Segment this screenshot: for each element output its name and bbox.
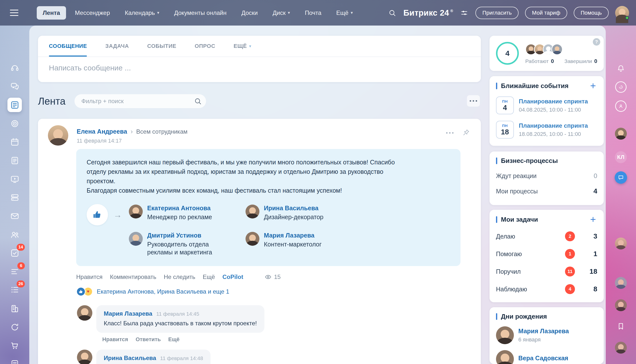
mention-avatar[interactable] [246, 232, 259, 246]
tab-poll[interactable]: ОПРОС [195, 36, 215, 56]
support-icon[interactable] [615, 100, 626, 112]
invite-button[interactable]: Пригласить [475, 7, 519, 19]
chat-head-avatar[interactable] [615, 128, 627, 140]
compose-input[interactable] [38, 57, 481, 79]
comment-author-link[interactable]: Мария Лазарева [104, 310, 152, 317]
market-icon[interactable] [8, 338, 22, 353]
chats-icon[interactable] [8, 79, 22, 94]
mail-icon[interactable] [8, 209, 22, 223]
filter-search-input[interactable] [75, 98, 193, 105]
copilot-action[interactable]: CoPilot [223, 274, 243, 280]
tab-messenger[interactable]: Мессенджер [69, 6, 116, 20]
tab-drive[interactable]: Диск▾ [267, 6, 296, 20]
help-icon[interactable]: ? [593, 38, 600, 46]
more-action[interactable]: Ещё [203, 274, 215, 280]
search-icon[interactable] [387, 8, 397, 18]
tariff-button[interactable]: Мой тариф [525, 7, 567, 19]
tasks-icon[interactable]: 14 [8, 246, 22, 260]
tab-mail[interactable]: Почта [299, 6, 327, 20]
target-icon[interactable] [8, 116, 22, 131]
tab-documents[interactable]: Документы онлайн [168, 6, 232, 20]
unfollow-action[interactable]: Не следить [164, 274, 195, 280]
feed-icon[interactable] [8, 98, 22, 112]
bookmark-icon[interactable] [617, 322, 625, 330]
sign-icon[interactable] [8, 356, 22, 364]
tab-documents-label: Документы онлайн [174, 10, 227, 16]
tab-task[interactable]: ЗАДАЧА [105, 36, 129, 56]
headset-icon[interactable] [8, 60, 22, 75]
chat-head-avatar[interactable] [615, 277, 627, 289]
chevron-down-icon: ▾ [249, 44, 251, 49]
calendar-date-chip[interactable]: ПН 4 [496, 96, 514, 114]
pin-icon[interactable] [463, 129, 470, 137]
search-icon[interactable] [193, 96, 202, 106]
chat-icon[interactable] [615, 171, 627, 184]
comment-reply-action[interactable]: Ответить [136, 336, 161, 343]
event-title-link[interactable]: Планирование спринта [519, 122, 588, 129]
feed-more-button[interactable] [467, 95, 480, 106]
comment-like-action[interactable]: Нравится [102, 336, 128, 343]
avatar[interactable] [551, 44, 563, 55]
add-task-button[interactable] [589, 215, 597, 224]
chat-head-avatar[interactable] [615, 342, 627, 354]
tab-event[interactable]: СОБЫТИЕ [147, 36, 176, 56]
documents-icon[interactable] [8, 153, 22, 168]
mention-name-link[interactable]: Екатерина Антонова [147, 204, 212, 212]
task-row[interactable]: Наблюдаю 4 8 [496, 284, 597, 294]
tab-calendar[interactable]: Календарь▾ [119, 6, 165, 20]
chat-head-avatar[interactable] [615, 238, 627, 250]
sliders-icon[interactable] [460, 8, 469, 18]
birthday-name-link[interactable]: Вера Садовская [518, 354, 568, 362]
post-author-link[interactable]: Елена Андреева [77, 128, 127, 135]
author-avatar[interactable] [48, 125, 68, 146]
bp-row[interactable]: Ждут реакции 0 [496, 172, 597, 180]
comment-more-action[interactable]: Ещё [168, 336, 179, 343]
employees-icon[interactable] [8, 228, 22, 242]
video-icon[interactable] [8, 172, 22, 186]
calendar-date-chip[interactable]: ПН 18 [496, 121, 514, 138]
tab-compose-more[interactable]: ЕЩЁ▾ [234, 36, 251, 56]
chat-head-initials[interactable]: КЛ [615, 151, 627, 163]
task-row[interactable]: Делаю 2 3 [496, 231, 597, 241]
pulse-ring[interactable]: 4 [496, 42, 519, 65]
copilot-icon[interactable] [615, 81, 626, 93]
calendar-icon[interactable] [8, 135, 22, 149]
drive-icon[interactable] [8, 190, 22, 204]
user-avatar[interactable] [615, 6, 629, 20]
tab-message[interactable]: СООБЩЕНИЕ [49, 36, 87, 56]
company-icon[interactable] [8, 301, 22, 316]
task-row[interactable]: Помогаю 1 1 [496, 249, 597, 259]
birthday-avatar[interactable] [496, 326, 514, 344]
processes-icon[interactable]: 6 [8, 264, 22, 279]
menu-icon[interactable] [10, 10, 18, 16]
mention-name-link[interactable]: Мария Лазарева [264, 232, 322, 239]
tab-boards[interactable]: Доски [235, 6, 264, 20]
mention-avatar[interactable] [129, 204, 143, 218]
mention-name-link[interactable]: Ирина Васильева [264, 204, 323, 212]
checklist-icon[interactable]: 26 [8, 282, 22, 297]
mention-avatar[interactable] [246, 204, 259, 218]
comment-author-link[interactable]: Ирина Васильева [104, 354, 156, 362]
add-event-button[interactable] [589, 82, 597, 90]
tab-more[interactable]: Ещё▾ [330, 6, 359, 20]
chat-head-avatar[interactable] [615, 299, 627, 311]
notifications-bell-icon[interactable] [617, 64, 625, 73]
task-row[interactable]: Поручил 11 18 [496, 266, 597, 276]
event-title-link[interactable]: Планирование спринта [519, 98, 588, 105]
bp-row[interactable]: Мои процессы 4 [496, 187, 597, 195]
tab-feed[interactable]: Лента [37, 6, 66, 20]
mention-name-link[interactable]: Дмитрий Устинов [147, 232, 234, 239]
like-action[interactable]: Нравится [76, 274, 103, 280]
comment-avatar[interactable] [77, 305, 92, 320]
automation-icon[interactable] [8, 320, 22, 334]
help-button[interactable]: Помощь [574, 7, 609, 19]
reaction-like-icon[interactable] [76, 287, 86, 296]
post-more-icon[interactable] [446, 132, 454, 134]
birthday-name-link[interactable]: Мария Лазарева [518, 328, 569, 335]
reactions-people-link[interactable]: Екатерина Антонова, Ирина Васильева и ещ… [97, 288, 229, 295]
comment-avatar[interactable] [77, 350, 92, 364]
comment-action[interactable]: Комментировать [110, 274, 156, 280]
birthday-avatar[interactable] [496, 350, 514, 364]
mention-avatar[interactable] [129, 232, 143, 246]
post-audience[interactable]: Всем сотрудникам [136, 128, 187, 135]
